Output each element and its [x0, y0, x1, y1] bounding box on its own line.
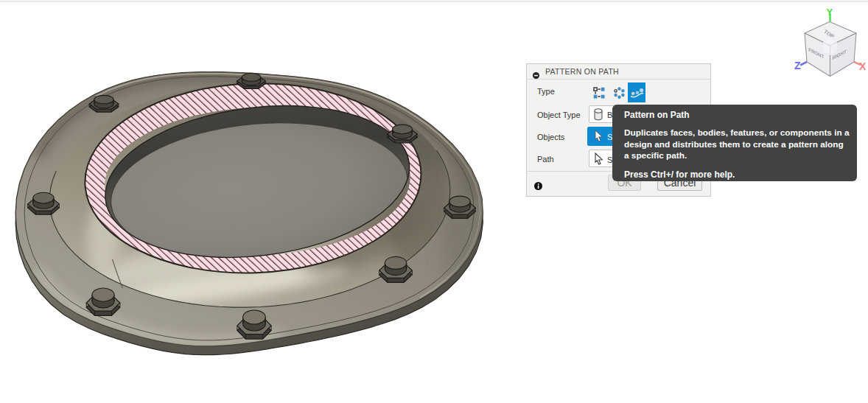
- svg-text:Z: Z: [794, 60, 801, 71]
- svg-text:X: X: [859, 60, 867, 72]
- svg-text:Y: Y: [827, 7, 833, 18]
